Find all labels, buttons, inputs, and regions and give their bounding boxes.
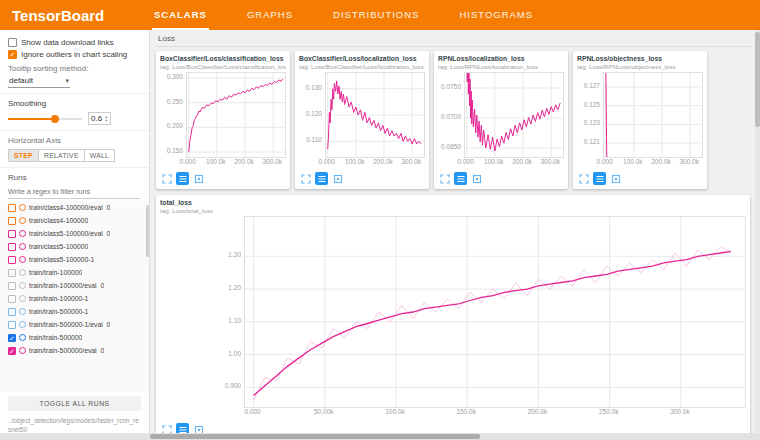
run-checkbox[interactable] xyxy=(8,282,16,290)
axis-option-wall[interactable]: WALL xyxy=(84,149,115,162)
run-menu-icon[interactable] xyxy=(315,172,328,185)
x-axis-tick-label: 200.0k xyxy=(507,158,537,165)
expand-chart-icon[interactable] xyxy=(577,172,590,185)
run-row[interactable]: train/train-100000-1 xyxy=(0,292,149,305)
run-list-scrollbar[interactable] xyxy=(146,205,149,257)
run-checkbox[interactable] xyxy=(8,243,16,251)
run-checkbox[interactable] xyxy=(8,321,16,329)
run-row[interactable]: train/class4-100000/eval_0 xyxy=(0,201,149,214)
run-row[interactable]: ✓train/train-500000/eval_0 xyxy=(0,344,149,357)
chart-tag: tag: Loss/RPNLoss/objectness_loss xyxy=(577,63,703,70)
run-color-icon xyxy=(19,321,26,328)
ignore-outliers-option[interactable]: ✓ Ignore outliers in chart scaling xyxy=(8,50,141,59)
tooltip-sorting-select[interactable]: default ▾ xyxy=(8,75,70,88)
run-row[interactable]: train/class5-100000 xyxy=(0,240,149,253)
run-menu-icon[interactable] xyxy=(593,172,606,185)
show-download-links-option[interactable]: Show data download links xyxy=(8,38,141,47)
fit-domain-icon[interactable] xyxy=(331,172,344,185)
x-axis-tick-label: 0.000 xyxy=(590,158,620,165)
y-axis-tick-label: 0.120 xyxy=(299,110,322,117)
plot-canvas[interactable] xyxy=(464,72,564,158)
run-label: train/train-500000-1 xyxy=(29,308,88,315)
run-checkbox[interactable] xyxy=(8,230,16,238)
stepper-arrows-icon[interactable]: ▲▼ xyxy=(104,115,108,123)
run-label: train/class5-100000 xyxy=(29,243,88,250)
fit-domain-icon[interactable] xyxy=(609,172,622,185)
tab-histograms[interactable]: HISTOGRAMS xyxy=(457,0,535,30)
chart-plot-area: 0.06500.07000.07500.000100.0k200.0k300.0… xyxy=(438,72,564,169)
chart-plot-area: 0.9001.001.101.201.300.00050.00k100.0k15… xyxy=(160,216,746,420)
run-row[interactable]: ✓train/train-500000 xyxy=(0,331,149,344)
vertical-scrollbar-thumb[interactable] xyxy=(755,32,760,127)
run-row[interactable]: train/class5-100000-1 xyxy=(0,253,149,266)
plot-canvas[interactable] xyxy=(186,72,286,158)
chart-svg xyxy=(245,217,745,407)
chart-plot-area: 0.1500.2000.2500.3000.000100.0k200.0k300… xyxy=(160,72,286,169)
tab-distributions[interactable]: DISTRIBUTIONS xyxy=(331,0,421,30)
run-checkbox[interactable] xyxy=(8,269,16,277)
run-color-icon xyxy=(19,269,26,276)
run-color-icon xyxy=(19,217,26,224)
horizontal-scrollbar-thumb[interactable] xyxy=(150,434,480,439)
axis-toggle-group: STEP RELATIVE WALL xyxy=(8,149,141,162)
run-row[interactable]: train/train-500000-1/eval_0 xyxy=(0,318,149,331)
smoothing-value-input[interactable]: 0.6 ▲▼ xyxy=(88,112,111,125)
x-axis-tick-label: 300.0k xyxy=(674,158,704,165)
expand-chart-icon[interactable] xyxy=(438,172,451,185)
x-axis-tick-label: 0.000 xyxy=(312,158,342,165)
app-logo: TensorBoard xyxy=(0,7,152,24)
run-checkbox[interactable] xyxy=(8,308,16,316)
run-row[interactable]: train/train-100000 xyxy=(0,266,149,279)
run-menu-icon[interactable] xyxy=(454,172,467,185)
run-row[interactable]: train/class4-100000 xyxy=(0,214,149,227)
plot-canvas[interactable] xyxy=(244,216,746,408)
ignore-outliers-checkbox[interactable]: ✓ xyxy=(8,50,17,59)
vertical-scrollbar[interactable] xyxy=(755,30,760,440)
run-checkbox[interactable]: ✓ xyxy=(8,347,16,355)
y-axis-tick-label: 0.123 xyxy=(577,119,600,126)
axis-option-relative[interactable]: RELATIVE xyxy=(38,149,84,162)
chart-tag: tag: Loss/BoxClassifier/Loss/classificat… xyxy=(160,63,286,70)
y-axis-tick-label: 0.121 xyxy=(577,138,600,145)
x-axis-tick-label: 250.0k xyxy=(594,408,624,415)
run-row[interactable]: train/train-500000-1 xyxy=(0,305,149,318)
run-row[interactable]: train/class5-100000/eval_0 xyxy=(0,227,149,240)
run-checkbox[interactable] xyxy=(8,217,16,225)
run-checkbox[interactable] xyxy=(8,256,16,264)
chart-tag: tag: Loss/RPNLoss/localization_loss xyxy=(438,63,564,70)
x-axis-tick-label: 100.0k xyxy=(340,158,370,165)
chart-toolbar xyxy=(577,172,703,185)
run-filter-input[interactable] xyxy=(8,185,140,199)
show-download-links-checkbox[interactable] xyxy=(8,38,17,47)
run-row[interactable]: train/train-100000/eval_0 xyxy=(0,279,149,292)
run-checkbox[interactable] xyxy=(8,295,16,303)
toggle-all-runs-button[interactable]: TOGGLE ALL RUNS xyxy=(8,396,141,411)
chart-title: BoxClassifier/Loss/localization_loss xyxy=(299,55,425,62)
horizontal-scrollbar[interactable] xyxy=(0,433,760,440)
y-axis-tick-label: 0.130 xyxy=(299,84,322,91)
chart-toolbar xyxy=(438,172,564,185)
chart-title: BoxClassifier/Loss/classification_loss xyxy=(160,55,286,62)
tab-scalars[interactable]: SCALARS xyxy=(152,0,209,30)
run-label: train/train-500000/eval_0 xyxy=(29,347,104,354)
y-axis-tick-label: 1.10 xyxy=(160,317,241,324)
fit-domain-icon[interactable] xyxy=(192,172,205,185)
run-checkbox[interactable]: ✓ xyxy=(8,334,16,342)
plot-canvas[interactable] xyxy=(325,72,425,158)
expand-chart-icon[interactable] xyxy=(299,172,312,185)
smoothing-slider[interactable] xyxy=(8,118,82,120)
expand-chart-icon[interactable] xyxy=(160,172,173,185)
axis-option-step[interactable]: STEP xyxy=(8,149,38,162)
run-menu-icon[interactable] xyxy=(176,172,189,185)
fit-domain-icon[interactable] xyxy=(470,172,483,185)
app-header: TensorBoard SCALARS GRAPHS DISTRIBUTIONS… xyxy=(0,0,760,30)
tab-graphs[interactable]: GRAPHS xyxy=(245,0,295,30)
run-color-icon xyxy=(19,256,26,263)
x-axis-tick-label: 0.000 xyxy=(238,408,268,415)
run-checkbox[interactable] xyxy=(8,204,16,212)
category-header-loss[interactable]: Loss xyxy=(156,32,752,47)
run-color-icon xyxy=(19,230,26,237)
show-download-links-label: Show data download links xyxy=(21,38,114,47)
slider-knob[interactable] xyxy=(51,115,59,123)
plot-canvas[interactable] xyxy=(603,72,703,158)
